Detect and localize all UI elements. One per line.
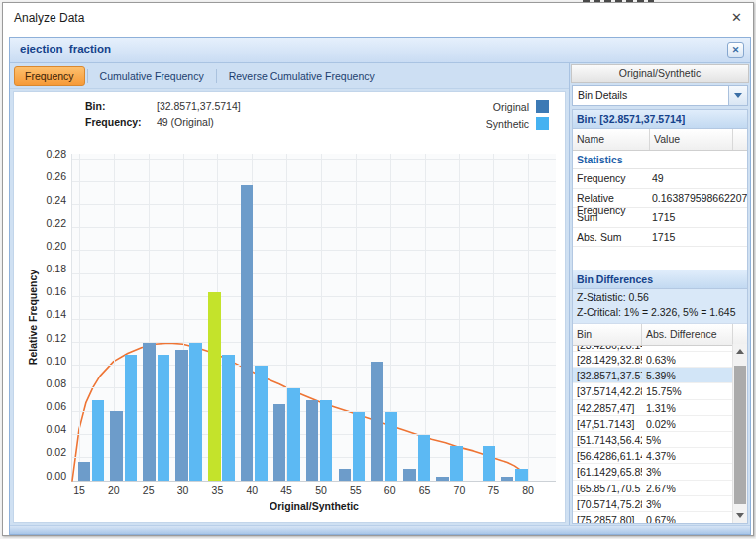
- chevron-down-icon: [734, 93, 742, 98]
- histogram-bar-original[interactable]: [306, 400, 319, 481]
- bin-difference-row[interactable]: [28.1429,32.8571]0.63%: [573, 352, 747, 368]
- histogram-bar-synthetic[interactable]: [483, 446, 495, 481]
- histogram-bar-synthetic[interactable]: [255, 366, 268, 481]
- panel-close-icon[interactable]: ✕: [727, 42, 744, 58]
- bin-differences-rows: [23.4286,28.1429][28.1429,32.8571]0.63%[…: [573, 346, 747, 524]
- histogram-bar-original[interactable]: [110, 411, 123, 481]
- bin-difference-row[interactable]: [56.4286,61.1429]4.37%: [573, 448, 747, 464]
- statistic-name: Sum: [573, 208, 650, 227]
- bin-info-row: Bin:[32.8571,37.5714]: [85, 100, 241, 116]
- histogram-bar-original[interactable]: [241, 185, 254, 481]
- histogram-bar-synthetic[interactable]: [353, 412, 366, 481]
- table-scrollbar[interactable]: [732, 344, 747, 523]
- abs-difference-cell: 5%: [642, 432, 732, 447]
- histogram-bar-original[interactable]: [143, 343, 156, 481]
- y-tick-label: 0.14: [25, 308, 66, 320]
- bin-difference-row[interactable]: [37.5714,42.2857]15.75%: [573, 383, 747, 399]
- name-value-header: Name Value: [573, 129, 747, 151]
- y-tick-label: 0.06: [25, 400, 66, 412]
- bin-range-cell: [75.2857,80]: [573, 512, 642, 524]
- histogram-bar-synthetic[interactable]: [418, 435, 431, 481]
- bin-difference-row[interactable]: [70.5714,75.2857]3%: [573, 496, 747, 512]
- y-gridline: [72, 204, 556, 205]
- histogram-bar-original[interactable]: [175, 350, 188, 481]
- bin-range-cell: [65.8571,70.5714]: [573, 481, 642, 495]
- histogram-bar-synthetic[interactable]: [92, 400, 105, 481]
- statistic-row: Relative Frequency0.163879598662207...: [573, 189, 747, 209]
- x-gridline: [528, 154, 529, 481]
- histogram-bar-synthetic[interactable]: [158, 355, 170, 481]
- bin-difference-row[interactable]: [42.2857,47]1.31%: [573, 400, 747, 416]
- dialog-close-icon[interactable]: ✕: [731, 10, 742, 25]
- name-column-header[interactable]: Name: [573, 129, 650, 150]
- x-tick-label: 40: [238, 485, 266, 496]
- histogram-bar-synthetic[interactable]: [450, 446, 463, 481]
- tab-frequency[interactable]: Frequency: [14, 66, 85, 86]
- panel-body: Frequency Cumulative Frequency Reverse C…: [10, 63, 750, 526]
- histogram-bar-original[interactable]: [501, 477, 514, 481]
- histogram-bar-original-highlighted[interactable]: [208, 292, 221, 481]
- bin-column-header[interactable]: Bin: [573, 324, 642, 345]
- y-tick-label: 0.28: [25, 148, 66, 160]
- histogram-bar-synthetic[interactable]: [515, 469, 528, 481]
- y-tick-label: 0.04: [25, 423, 66, 435]
- dialog-title: Analyze Data: [14, 11, 84, 25]
- histogram-bar-original[interactable]: [436, 477, 449, 481]
- z-statistic-value: Z-Statistic: 0.56: [577, 291, 743, 306]
- histogram-bar-synthetic[interactable]: [222, 355, 235, 481]
- chart-card: Bin:[32.8571,37.5714] Frequency:49 (Orig…: [13, 91, 566, 523]
- bin-difference-row[interactable]: [47,51.7143]0.02%: [573, 416, 747, 432]
- statistic-name: Abs. Sum: [573, 228, 650, 247]
- details-sidebar: Original/Synthetic Bin Details Bin: [32.…: [569, 63, 750, 526]
- scroll-up-icon[interactable]: [736, 349, 744, 354]
- x-axis-label: Original/Synthetic: [72, 500, 556, 512]
- histogram-bar-original[interactable]: [78, 462, 91, 481]
- abs-difference-cell: [642, 346, 732, 351]
- scrollbar-thumb[interactable]: [734, 366, 746, 504]
- panel-footer-strip: [10, 525, 750, 534]
- bin-range-cell: [51.7143,56.4286]: [573, 432, 642, 447]
- abs-difference-cell: 2.67%: [642, 481, 732, 495]
- statistic-value: 0.163879598662207...: [650, 189, 747, 208]
- abs-difference-cell: 0.02%: [642, 416, 732, 431]
- histogram-bar-original[interactable]: [403, 469, 416, 481]
- x-tick-label: 65: [411, 485, 439, 496]
- scroll-down-icon[interactable]: [736, 513, 744, 518]
- histogram-bar-synthetic[interactable]: [189, 343, 202, 481]
- histogram-bar-synthetic[interactable]: [385, 412, 398, 481]
- bin-difference-row[interactable]: [75.2857,80]0.67%: [573, 512, 747, 524]
- histogram-bar-original[interactable]: [273, 404, 286, 481]
- histogram-bar-synthetic[interactable]: [320, 400, 333, 481]
- y-gridline: [72, 296, 556, 297]
- histogram-bar-original[interactable]: [371, 362, 383, 481]
- sidebar-column-header[interactable]: Original/Synthetic: [571, 64, 749, 83]
- y-tick-label: 0.20: [25, 240, 66, 252]
- abs-difference-column-header[interactable]: Abs. Difference: [642, 324, 733, 345]
- statistic-value: 1715: [650, 208, 747, 227]
- bin-difference-row[interactable]: [61.1429,65.8571]3%: [573, 464, 747, 480]
- bin-difference-row[interactable]: [65.8571,70.5714]2.67%: [573, 481, 747, 496]
- histogram-bar-original[interactable]: [339, 469, 352, 481]
- histogram-bar-synthetic[interactable]: [125, 355, 138, 481]
- y-gridline: [72, 181, 556, 182]
- abs-difference-cell: 5.39%: [642, 368, 732, 382]
- histogram-bar-synthetic[interactable]: [287, 388, 300, 481]
- legend-item-synthetic: Synthetic: [486, 115, 549, 132]
- z-critical-value: Z-Critical: 1% = 2.326, 5% = 1.645: [577, 306, 743, 321]
- tab-cumulative-frequency[interactable]: Cumulative Frequency: [90, 67, 214, 85]
- x-gridline: [79, 154, 80, 481]
- x-tick-label: 70: [445, 485, 473, 496]
- value-column-header[interactable]: Value: [650, 129, 733, 150]
- bin-difference-row[interactable]: [32.8571,37.5714]5.39%: [573, 368, 747, 383]
- bin-difference-row[interactable]: [51.7143,56.4286]5%: [573, 432, 747, 448]
- bin-details-dropdown[interactable]: Bin Details: [572, 85, 748, 106]
- chart-column: Frequency Cumulative Frequency Reverse C…: [10, 63, 569, 526]
- bin-range-cell: [42.2857,47]: [573, 400, 642, 415]
- abs-difference-cell: 0.63%: [642, 352, 732, 367]
- bin-range-cell: [56.4286,61.1429]: [573, 448, 642, 463]
- bin-details-table: Bin: [32.8571,37.5714] Name Value Statis…: [572, 109, 748, 524]
- x-tick-label: 45: [272, 485, 300, 496]
- x-tick-label: 80: [514, 485, 542, 496]
- dropdown-button[interactable]: [728, 86, 747, 105]
- tab-reverse-cumulative-frequency[interactable]: Reverse Cumulative Frequency: [219, 67, 384, 85]
